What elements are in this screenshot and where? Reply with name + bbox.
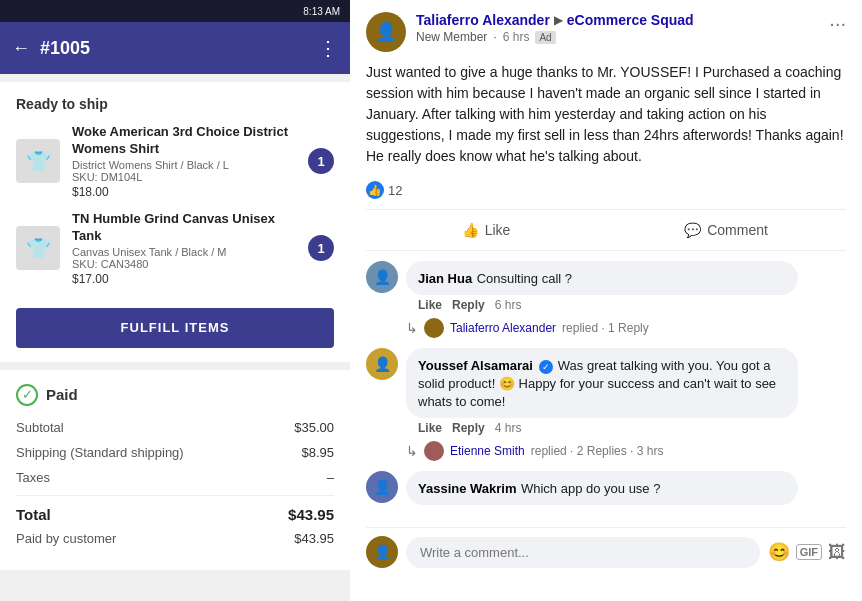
comment-like-button-2[interactable]: Like: [418, 421, 442, 435]
comment-bubble-2: Youssef Alsamarai ✓ Was great talking wi…: [406, 348, 798, 418]
more-options-icon[interactable]: ⋮: [318, 36, 338, 60]
like-icon: 👍: [462, 222, 479, 238]
total-line: Total $43.95: [16, 506, 334, 523]
comment-input[interactable]: [406, 537, 760, 568]
reply-count-2: replied · 2 Replies · 3 hrs: [531, 444, 664, 458]
reply-avatar: [424, 318, 444, 338]
post-group-name[interactable]: eCommerce Squad: [567, 12, 694, 28]
comment-author: Jian Hua: [418, 271, 472, 286]
comment-item-3: 👤 Yassine Wakrim Which app do you use ?: [366, 471, 846, 505]
reply-avatar-2: [424, 441, 444, 461]
order-number: #1005: [40, 38, 308, 59]
comment-reply-button-2[interactable]: Reply: [452, 421, 485, 435]
comment-text-3: Which app do you use ?: [521, 481, 660, 496]
reply-row-2: ↳ Etienne Smith replied · 2 Replies · 3 …: [366, 441, 846, 461]
product-price-2: $17.00: [72, 272, 296, 286]
product-name: Woke American 3rd Choice District Womens…: [72, 124, 296, 158]
comment-label: Comment: [707, 222, 768, 238]
comment-author-3: Yassine Wakrim: [418, 481, 517, 496]
post-author-avatar: 👤: [366, 12, 406, 52]
reply-arrow-icon-2: ↳: [406, 443, 418, 459]
product-price: $18.00: [72, 185, 296, 199]
comment-reply-button[interactable]: Reply: [452, 298, 485, 312]
verified-badge: ✓: [539, 360, 553, 374]
product-image-2: 👕: [16, 226, 60, 270]
taxes-label: Taxes: [16, 470, 50, 485]
post-author-line: Taliaferro Alexander ▶ eCommerce Squad: [416, 12, 819, 28]
paid-by-line: Paid by customer $43.95: [16, 531, 334, 546]
product-image: 👕: [16, 139, 60, 183]
comment-button[interactable]: 💬 Comment: [606, 216, 846, 244]
comment-input-area: 👤 😊 GIF 🖼: [366, 527, 846, 572]
comment-text: Consulting call ?: [477, 271, 572, 286]
product-item: 👕 TN Humble Grind Canvas Unisex Tank Can…: [16, 211, 334, 286]
total-divider: [16, 495, 334, 496]
comment-time-2: 4 hrs: [495, 421, 522, 435]
paid-icon: ✓: [16, 384, 38, 406]
reply-arrow-icon: ↳: [406, 320, 418, 336]
app-content: Ready to ship 👕 Woke American 3rd Choice…: [0, 74, 350, 601]
product-sku-2: SKU: CAN3480: [72, 258, 296, 270]
comment-avatar: 👤: [366, 261, 398, 293]
paid-by-label: Paid by customer: [16, 531, 116, 546]
reply-author-name[interactable]: Taliaferro Alexander: [450, 321, 556, 335]
post-sub: New Member · 6 hrs Ad: [416, 30, 819, 44]
comment-item-2: 👤 Youssef Alsamarai ✓ Was great talking …: [366, 348, 846, 435]
product-item: 👕 Woke American 3rd Choice District Wome…: [16, 124, 334, 199]
status-icons: 8:13 AM: [303, 6, 340, 17]
reply-row: ↳ Taliaferro Alexander replied · 1 Reply: [366, 318, 846, 338]
product-sku: SKU: DM104L: [72, 171, 296, 183]
post-text: Just wanted to give a huge thanks to Mr.…: [366, 62, 846, 167]
comment-actions-2: Like Reply 4 hrs: [406, 421, 846, 435]
arrow-right-icon: ▶: [554, 13, 563, 27]
gif-icon[interactable]: GIF: [796, 544, 822, 560]
product-details: Woke American 3rd Choice District Womens…: [72, 124, 296, 199]
subtotal-label: Subtotal: [16, 420, 64, 435]
post-header: 👤 Taliaferro Alexander ▶ eCommerce Squad…: [366, 12, 846, 52]
post-more-options-icon[interactable]: ···: [829, 12, 846, 35]
product-variant-2: Canvas Unisex Tank / Black / M: [72, 246, 296, 258]
post-time: 6 hrs: [503, 30, 530, 44]
post-meta: Taliaferro Alexander ▶ eCommerce Squad N…: [416, 12, 819, 44]
comment-content-3: Yassine Wakrim Which app do you use ?: [406, 471, 846, 505]
like-reaction-icon: 👍: [366, 181, 384, 199]
taxes-value: –: [327, 470, 334, 485]
comment-input-avatar: 👤: [366, 536, 398, 568]
reply-count: replied · 1 Reply: [562, 321, 649, 335]
shipping-label: Shipping (Standard shipping): [16, 445, 184, 460]
taxes-line: Taxes –: [16, 470, 334, 485]
comment-bubble-3: Yassine Wakrim Which app do you use ?: [406, 471, 798, 505]
subtotal-value: $35.00: [294, 420, 334, 435]
back-button[interactable]: ←: [12, 38, 30, 59]
total-value: $43.95: [288, 506, 334, 523]
mobile-app-panel: 8:13 AM ← #1005 ⋮ Ready to ship 👕 Woke A…: [0, 0, 350, 601]
like-button[interactable]: 👍 Like: [366, 216, 606, 244]
shipping-value: $8.95: [301, 445, 334, 460]
paid-by-value: $43.95: [294, 531, 334, 546]
post-author-name[interactable]: Taliaferro Alexander: [416, 12, 550, 28]
ready-to-ship-section: Ready to ship 👕 Woke American 3rd Choice…: [0, 82, 350, 362]
paid-label: Paid: [46, 386, 78, 403]
comment-like-button[interactable]: Like: [418, 298, 442, 312]
reactions-row: 👍 12: [366, 181, 846, 199]
post-actions: 👍 Like 💬 Comment: [366, 209, 846, 251]
subtotal-line: Subtotal $35.00: [16, 420, 334, 435]
fulfill-items-button[interactable]: FULFILL ITEMS: [16, 308, 334, 348]
comment-time: 6 hrs: [495, 298, 522, 312]
comment-content-2: Youssef Alsamarai ✓ Was great talking wi…: [406, 348, 846, 435]
reply-author-name-2[interactable]: Etienne Smith: [450, 444, 525, 458]
comments-area: 👤 Jian Hua Consulting call ? Like Reply …: [366, 261, 846, 527]
status-bar: 8:13 AM: [0, 0, 350, 22]
comment-avatar-3: 👤: [366, 471, 398, 503]
comment-author-2: Youssef Alsamarai: [418, 358, 533, 373]
status-time: 8:13 AM: [303, 6, 340, 17]
sticker-icon[interactable]: 🖼: [828, 542, 846, 563]
facebook-panel: 👤 Taliaferro Alexander ▶ eCommerce Squad…: [350, 0, 862, 601]
emoji-icon[interactable]: 😊: [768, 541, 790, 563]
product-details-2: TN Humble Grind Canvas Unisex Tank Canva…: [72, 211, 296, 286]
comment-icon: 💬: [684, 222, 701, 238]
post-role: New Member: [416, 30, 487, 44]
like-label: Like: [485, 222, 511, 238]
comment-content: Jian Hua Consulting call ? Like Reply 6 …: [406, 261, 846, 312]
reaction-count: 12: [388, 183, 402, 198]
